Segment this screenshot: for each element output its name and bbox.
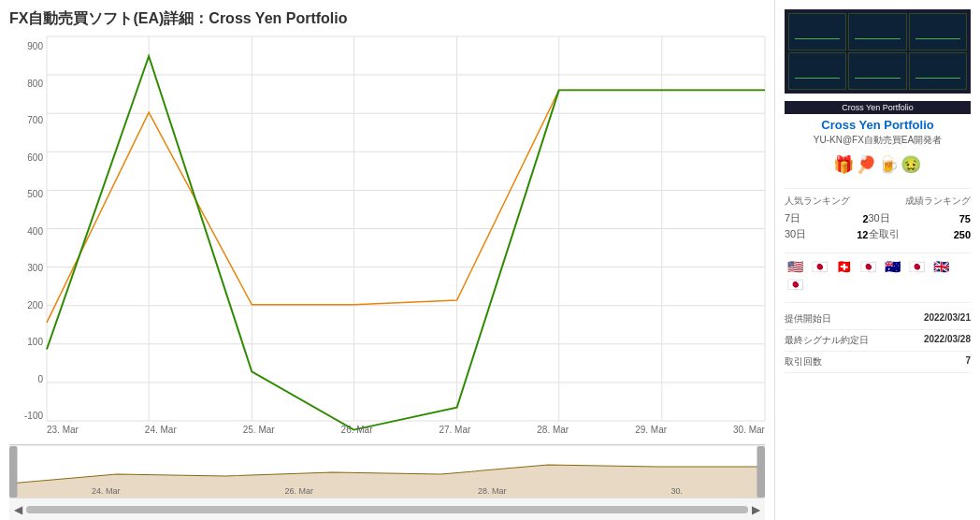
- product-image-grid: [785, 9, 971, 94]
- x-label-24mar: 24. Mar: [145, 425, 177, 435]
- flag-us: 🇺🇸: [785, 259, 805, 273]
- ranking-all-label: 全取引: [869, 227, 915, 241]
- orange-line: [47, 90, 765, 323]
- chart-svg: [47, 36, 765, 421]
- mini-x-label-24mar: 24. Mar: [92, 486, 121, 496]
- product-image-cell-4: [788, 52, 846, 90]
- emojis: 🎁🏓🍺🤢: [785, 154, 971, 175]
- scroll-right-button[interactable]: ▶: [752, 503, 760, 516]
- info-table: 提供開始日 2022/03/21 最終シグナル約定日 2022/03/28 取引…: [785, 309, 971, 373]
- mini-chart-container: 24. Mar 26. Mar 28. Mar 30.: [9, 446, 765, 498]
- flag-jp-4: 🇯🇵: [785, 277, 805, 291]
- mini-x-label-26mar: 26. Mar: [284, 486, 313, 496]
- x-label-27mar: 27. Mar: [439, 425, 470, 435]
- flag-au: 🇦🇺: [882, 259, 902, 273]
- info-row-trade-count: 取引回数 7: [785, 352, 971, 373]
- flag-ch: 🇨🇭: [833, 259, 854, 273]
- ranking-7d-label: 7日: [785, 211, 813, 225]
- info-label-last-signal: 最終シグナル約定日: [785, 334, 869, 347]
- ranking-header-popularity: 人気ランキング: [785, 195, 878, 208]
- rankings-section: 人気ランキング 成績ランキング 7日 2 30日 75 30日 12 全取引 2…: [785, 195, 971, 241]
- flag-gb: 🇬🇧: [930, 259, 951, 273]
- flag-jp-2: 🇯🇵: [858, 259, 878, 273]
- info-value-last-signal: 2022/03/28: [924, 334, 971, 347]
- x-label-28mar: 28. Mar: [537, 425, 569, 435]
- y-label-300: 300: [9, 263, 47, 273]
- x-label-29mar: 29. Mar: [635, 425, 667, 435]
- ranking-30d-label: 30日: [785, 227, 813, 241]
- product-image-cell-1: [788, 13, 846, 51]
- green-line: [47, 56, 765, 430]
- ranking-30d-right-value: 75: [915, 213, 972, 224]
- divider-1: [785, 188, 971, 189]
- mini-chart-wrapper: 24. Mar 26. Mar 28. Mar 30. ◀ ▶: [9, 445, 765, 520]
- chart-area: FX自動売買ソフト(EA)詳細：Cross Yen Portfolio 900 …: [0, 0, 774, 520]
- x-label-26mar: 26. Mar: [341, 425, 373, 435]
- ranking-header-performance: 成績ランキング: [878, 195, 972, 208]
- y-label-900: 900: [9, 41, 47, 51]
- y-label-700: 700: [9, 115, 47, 125]
- y-label-100: 100: [9, 337, 47, 347]
- x-label-23mar: 23. Mar: [47, 425, 79, 435]
- product-name-banner: Cross Yen Portfolio: [785, 101, 971, 114]
- info-label-trade-count: 取引回数: [785, 355, 822, 368]
- info-row-start-date: 提供開始日 2022/03/21: [785, 309, 971, 330]
- product-image-cell-6: [909, 52, 967, 90]
- y-label-0: 0: [9, 374, 47, 384]
- info-value-trade-count: 7: [965, 355, 971, 368]
- scrollbar[interactable]: ◀ ▶: [9, 498, 765, 520]
- product-image-cell-5: [848, 52, 906, 90]
- product-author: YU-KN@FX自動売買EA開発者: [785, 134, 971, 147]
- x-axis: 23. Mar 24. Mar 25. Mar 26. Mar 27. Mar …: [47, 421, 765, 444]
- scrollbar-track[interactable]: [26, 506, 748, 513]
- y-label-800: 800: [9, 79, 47, 89]
- y-axis: 900 800 700 600 500 400 300 200 100 0 -1…: [9, 36, 47, 444]
- product-image-cell-3: [909, 13, 967, 51]
- info-label-start-date: 提供開始日: [785, 312, 831, 325]
- y-label-200: 200: [9, 300, 47, 311]
- flag-jp-1: 🇯🇵: [809, 259, 829, 273]
- flag-jp-3: 🇯🇵: [906, 259, 927, 273]
- y-label-600: 600: [9, 152, 47, 163]
- chart-title: FX自動売買ソフト(EA)詳細：Cross Yen Portfolio: [9, 9, 765, 29]
- divider-3: [785, 302, 971, 303]
- info-value-start-date: 2022/03/21: [924, 312, 971, 325]
- info-row-last-signal: 最終シグナル約定日 2022/03/28: [785, 330, 971, 352]
- y-label-400: 400: [9, 226, 47, 237]
- ranking-all-value: 250: [915, 229, 972, 240]
- ranking-30d-right-label: 30日: [869, 211, 915, 225]
- ranking-7d-value: 2: [813, 213, 869, 224]
- divider-2: [785, 253, 971, 253]
- mini-x-label-30: 30.: [670, 486, 683, 496]
- x-label-30mar: 30. Mar: [733, 425, 765, 435]
- x-label-25mar: 25. Mar: [243, 425, 275, 435]
- y-label-500: 500: [9, 189, 47, 199]
- y-label-neg100: -100: [9, 411, 47, 421]
- main-chart: 900 800 700 600 500 400 300 200 100 0 -1…: [9, 36, 765, 445]
- flags-row: 🇺🇸 🇯🇵 🇨🇭 🇯🇵 🇦🇺 🇯🇵 🇬🇧 🇯🇵: [785, 259, 971, 291]
- product-title[interactable]: Cross Yen Portfolio: [785, 118, 971, 132]
- scroll-left-button[interactable]: ◀: [14, 503, 22, 516]
- mini-x-label-28mar: 28. Mar: [478, 486, 507, 496]
- scrollbar-thumb[interactable]: [26, 506, 748, 513]
- chart-svg-container: [47, 36, 765, 421]
- product-image-cell-2: [848, 13, 906, 51]
- ranking-30d-value: 12: [813, 229, 869, 240]
- sidebar: Cross Yen Portfolio Cross Yen Portfolio …: [774, 0, 980, 520]
